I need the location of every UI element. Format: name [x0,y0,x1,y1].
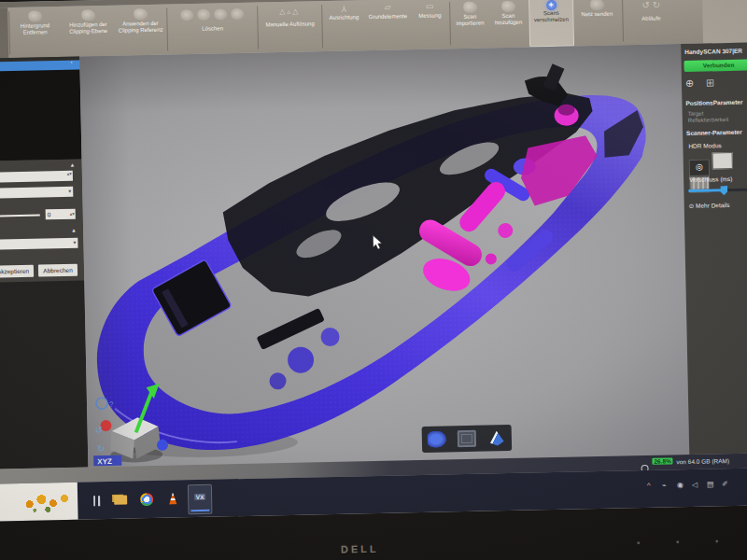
windows-search-box[interactable] [0,483,78,522]
alignment-button[interactable]: Y Ausrichtung [324,2,364,49]
file-explorer-icon[interactable] [111,490,130,511]
monitor-button-dot[interactable] [715,539,718,542]
delete-tool-icon[interactable] [231,8,244,20]
remove-background-icon [28,10,42,21]
apply-clipping-reference-button[interactable]: Anwenden der Clipping Referenz [116,7,165,54]
slider-value: 0 [48,211,51,217]
button-label: Anwenden der Clipping Referenz [116,21,164,35]
tray-user-icon[interactable]: ◉ [677,481,684,489]
add-scan-icon [501,1,515,12]
hdr-mode-label: HDR Modus [688,142,722,149]
chrome-icon[interactable] [137,489,156,510]
add-scan-button[interactable]: Scan hinzufügen [490,0,527,46]
scan-preview-area[interactable] [0,70,82,161]
button-label: Scan hinzufügen [490,13,526,27]
dropdown-1[interactable]: rd ▾ [0,187,73,199]
vlc-icon[interactable] [163,488,182,509]
positioning-section-header: PositionsParameter [685,99,742,106]
vx-logo: VX [194,494,206,500]
tray-pen-icon[interactable]: ✐ [722,480,728,488]
delete-tool-icon[interactable] [214,8,227,20]
dropdown-2[interactable]: ard ▾ [0,238,78,250]
button-label: Messung [412,12,447,20]
task-view-icon[interactable] [87,490,106,511]
primitives-button[interactable]: ▱ Grundelemente [365,1,411,49]
surface-scan-icon[interactable]: ⊞ [706,77,714,89]
grid-view-icon[interactable] [458,430,476,447]
resolution-icon[interactable]: △ [292,7,300,16]
section-collapse-icon[interactable]: ▴ [72,227,76,234]
add-clipping-plane-button[interactable]: Hinzufügen der Clipping-Ebene [62,7,115,55]
left-panel: ‹ ▴ ▴▾ rd ▾ 0 ▴▾ ▴ ard ▾ [0,57,88,469]
measurement-icon: ▭ [412,0,447,13]
import-scan-icon [463,2,477,13]
dropdown-chevron-icon: ▾ [68,187,71,197]
search-seasonal-art [21,490,74,513]
section-collapse-icon[interactable]: ▴ [71,161,75,169]
workflows-group: ↺ ↻ Abläufe [625,0,678,21]
delete-tool-icon[interactable] [180,9,193,21]
scanner-title: HandySCAN 307|ER [684,47,747,55]
more-details-icon: ⊙ [689,203,695,209]
workflow-redo-icon[interactable]: ↻ [652,0,660,10]
separator [622,0,624,41]
spinner-icon[interactable]: ▴▾ [70,209,75,219]
measurement-button[interactable]: ▭ Messung [412,0,448,48]
more-details-label: Mehr Details [696,202,730,209]
separator [8,11,10,54]
panel-empty-area [0,281,88,469]
button-label: Ausrichtung [324,14,363,21]
accept-button[interactable]: Akzeptieren [0,265,34,278]
alignment-icon: Y [324,2,363,15]
ram-usage-badge: 26.8% [652,457,673,464]
rotate-right-icon[interactable]: ↻ [97,443,106,454]
more-details-link[interactable]: ⊙ Mehr Details [689,202,730,210]
group-label: Manuelle Auflösung [260,21,319,27]
merge-scans-button[interactable]: + Scans verschmelzen [529,0,574,47]
button-label: Grundelemente [365,13,410,21]
scan-view-icon[interactable] [428,430,446,447]
right-panel: HandySCAN 307|ER Verbunden ⊕ ⊞ Positions… [681,42,747,455]
slider-value-input[interactable]: 0 ▴▾ [46,209,76,220]
remove-background-button[interactable]: Hintergrund Entfernen [11,8,59,56]
ribbon-empty-area [702,0,747,44]
monitor-button-dot[interactable] [676,540,679,543]
tray-chevron-icon[interactable]: ^ [647,482,651,490]
resolution-icon[interactable]: △ [279,7,287,16]
tray-network-icon[interactable]: ▤ [707,480,714,488]
hdr-mode-2-button[interactable] [712,152,733,169]
clipping-reference-icon [134,8,148,20]
rotate-left-icon[interactable]: ↺ [94,425,103,435]
tray-speaker-icon[interactable]: ◁ [692,481,698,489]
vxelements-app-icon[interactable]: VX [188,484,213,515]
hdr-mode-1-button[interactable]: ◎ [689,159,710,175]
send-mesh-button[interactable]: Netz senden [575,0,619,44]
spinner-icon[interactable]: ▴▾ [67,171,72,176]
separator [449,2,451,45]
dropdown-chevron-icon: ▾ [73,238,76,248]
active-app-indicator [190,510,209,511]
target-reflect-label[interactable]: Target Reflektierbarkeit [688,110,744,124]
button-label: Hinzufügen der Clipping-Ebene [62,21,114,35]
cancel-button[interactable]: Abbrechen [38,264,78,277]
scan-scene: ? ↺ ↻ XYZ [79,44,689,467]
numeric-input[interactable]: ▴▾ [0,171,73,183]
button-label: Scans verschmelzen [529,9,572,23]
workflow-undo-icon[interactable]: ↺ [641,0,650,10]
dell-logo: DELL [327,543,392,559]
delete-group: Löschen [169,5,256,33]
monitor-button-dot[interactable] [637,541,640,544]
collapse-panel-icon[interactable]: ‹ [70,59,72,65]
group-label: Löschen [170,25,256,33]
view-face-icon[interactable] [96,398,107,409]
tray-usb-icon[interactable]: ⌁ [662,482,667,490]
dell-monitor: DELL en Hintergrund Entfernen Hinzufügen… [0,0,747,560]
3d-viewport[interactable]: ? ↺ ↻ XYZ [79,44,689,467]
mesh-view-icon[interactable] [487,429,506,446]
slider-track[interactable] [0,214,40,217]
merge-plus-icon: + [546,0,557,10]
target-positioning-icon[interactable]: ⊕ [685,77,694,90]
import-scan-button[interactable]: Scan importieren [452,0,488,47]
delete-tool-icon[interactable] [197,9,210,21]
send-mesh-icon [590,0,604,10]
